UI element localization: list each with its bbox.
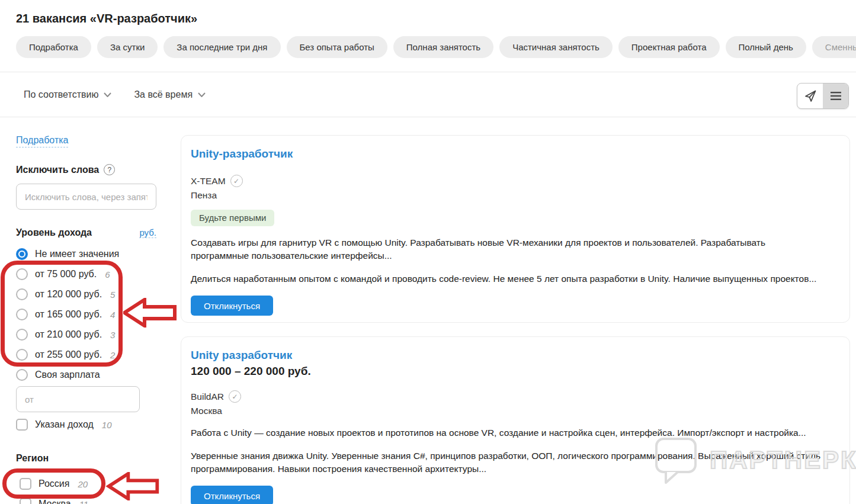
income-option-custom[interactable]: Своя зарплата	[16, 365, 100, 385]
help-icon[interactable]: ?	[104, 164, 115, 175]
vacancy-city: Пенза	[191, 190, 840, 201]
checkbox[interactable]	[20, 498, 31, 504]
send-icon	[804, 89, 817, 102]
filter-chip-polny-den[interactable]: Полный день	[726, 36, 806, 58]
vacancy-card: Unity разработчик 120 000 – 220 000 руб.…	[181, 336, 850, 504]
radio[interactable]	[16, 288, 28, 300]
region-option-russia[interactable]: Россия 20	[20, 474, 88, 494]
radio[interactable]	[16, 349, 28, 361]
filter-chip-polnaya-zanyatost[interactable]: Полная занятость	[393, 36, 493, 58]
salary-from-input[interactable]	[16, 386, 140, 412]
income-option-75000[interactable]: от 75 000 руб. 6	[16, 264, 110, 284]
income-option-210000[interactable]: от 210 000 руб. 3	[16, 325, 115, 345]
option-label: от 75 000 руб.	[35, 269, 97, 280]
option-label: от 210 000 руб.	[35, 329, 102, 340]
income-option-120000[interactable]: от 120 000 руб. 5	[16, 284, 115, 304]
currency-link[interactable]: руб.	[139, 227, 156, 238]
vacancy-card: Unity-разработчик X-TEAM ✓ Пенза Будьте …	[181, 135, 850, 323]
filter-chip-proektnaya[interactable]: Проектная работа	[618, 36, 720, 58]
radio-selected[interactable]	[16, 248, 28, 260]
vacancy-city: Москва	[191, 406, 840, 416]
filter-chip-bez-opyta[interactable]: Без опыта работы	[287, 36, 387, 58]
vacancy-salary: 120 000 – 220 000 руб.	[191, 365, 840, 378]
option-label: Своя зарплата	[35, 370, 100, 380]
option-label: от 120 000 руб.	[35, 289, 102, 300]
option-count: 6	[105, 269, 110, 280]
vacancy-title-link[interactable]: Unity-разработчик	[191, 147, 293, 160]
option-count: 4	[110, 310, 115, 320]
map-view-button[interactable]	[797, 84, 823, 108]
income-specified-option[interactable]: Указан доход 10	[16, 415, 111, 435]
exclude-words-input[interactable]	[16, 184, 156, 210]
verified-check-icon: ✓	[229, 390, 241, 403]
apply-button[interactable]: Откликнуться	[191, 296, 273, 316]
filter-chip-chastichnaya[interactable]: Частичная занятость	[499, 36, 613, 58]
view-toggle	[797, 83, 849, 109]
vacancy-title-link[interactable]: Unity разработчик	[191, 349, 292, 362]
filter-chip-tri-dnya[interactable]: За последние три дня	[163, 36, 280, 58]
option-count: 20	[78, 479, 88, 489]
option-label: от 255 000 руб.	[35, 349, 102, 360]
income-title: Уровень дохода	[16, 227, 92, 238]
vacancy-company-row: X-TEAM ✓	[191, 175, 840, 187]
checkbox[interactable]	[20, 478, 31, 490]
exclude-words-label: Исключить слова	[16, 165, 99, 175]
income-section-header: Уровень дохода руб.	[16, 227, 156, 238]
filters-sidebar: Подработка Исключить слова ? Уровень дох…	[16, 0, 164, 504]
be-first-badge: Будьте первыми	[191, 210, 274, 226]
option-count: 2	[110, 350, 115, 360]
exclude-words-title: Исключить слова ?	[16, 164, 115, 175]
option-label: Москва	[39, 499, 71, 504]
option-count: 5	[110, 290, 115, 300]
option-label: Не имеет значения	[35, 249, 119, 259]
radio[interactable]	[16, 309, 28, 320]
option-count: 3	[110, 330, 115, 340]
income-option-any[interactable]: Не имеет значения	[16, 244, 119, 264]
vacancy-description: Создавать игры для гарнитур VR с помощью…	[191, 236, 840, 262]
list-icon	[830, 91, 842, 101]
vacancy-requirements: Уверенные знания движка Unity. Уверенные…	[191, 450, 840, 476]
vacancy-description: Работа с Unity — создание новых проектов…	[191, 426, 840, 439]
region-option-moscow[interactable]: Москва 11	[20, 494, 88, 504]
region-title: Регион	[16, 453, 49, 464]
company-name-link[interactable]: X-TEAM	[191, 176, 226, 187]
option-label: Россия	[39, 479, 69, 489]
company-name-link[interactable]: BuildAR	[191, 391, 224, 402]
filter-chip-smenny[interactable]: Сменны	[812, 36, 856, 58]
vacancy-company-row: BuildAR ✓	[191, 390, 840, 403]
radio[interactable]	[16, 369, 28, 381]
apply-button[interactable]: Откликнуться	[191, 486, 273, 504]
verified-check-icon: ✓	[230, 175, 243, 187]
list-view-button[interactable]	[823, 84, 848, 108]
radio[interactable]	[16, 329, 28, 341]
chevron-down-icon	[198, 92, 206, 97]
sidebar-link-podrabotka[interactable]: Подработка	[16, 135, 68, 147]
option-count: 10	[102, 420, 112, 430]
income-option-255000[interactable]: от 255 000 руб. 2	[16, 345, 115, 365]
checkbox[interactable]	[16, 419, 28, 431]
option-label: Указан доход	[35, 419, 94, 430]
vacancy-requirements: Делиться наработанным опытом с командой …	[191, 272, 840, 285]
option-label: от 165 000 руб.	[35, 309, 102, 320]
income-option-165000[interactable]: от 165 000 руб. 4	[16, 304, 115, 325]
option-count: 11	[79, 499, 89, 504]
radio[interactable]	[16, 268, 28, 280]
